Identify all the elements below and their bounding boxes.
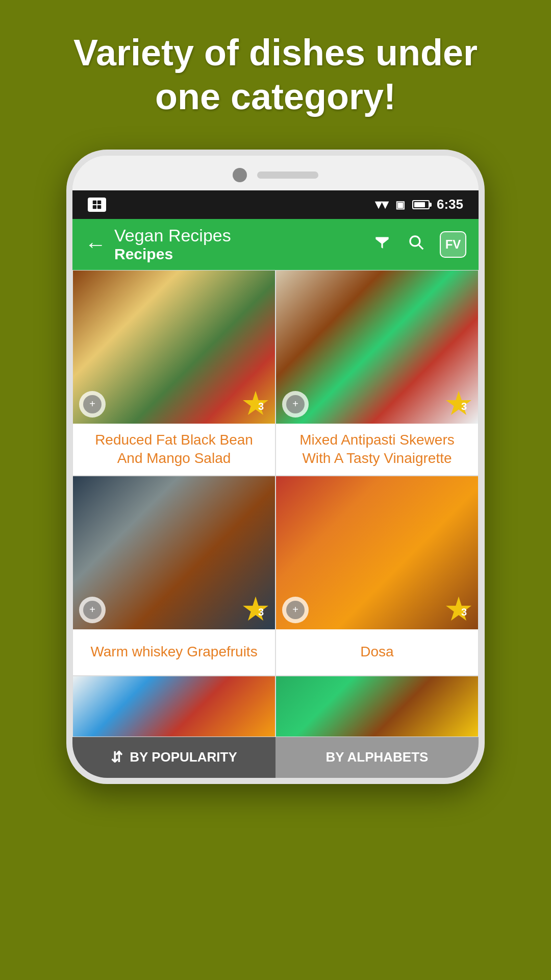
status-right: ▾▾ ▣ 6:35 bbox=[375, 197, 463, 212]
recipe-card[interactable]: + 3 Warm whiskey Grapefruits bbox=[72, 476, 276, 676]
recipe-title-2: Mixed Antipasti Skewers With A Tasty Vin… bbox=[276, 424, 478, 475]
add-overlay-1: + bbox=[79, 391, 106, 418]
add-icon-3: + bbox=[83, 601, 102, 619]
recipe-title-1: Reduced Fat Black Bean And Mango Salad bbox=[73, 424, 275, 475]
sort-by-alphabets-button[interactable]: BY ALPHABETS bbox=[276, 737, 479, 778]
recipe-image-2: + 3 bbox=[276, 271, 478, 424]
alphabets-label: BY ALPHABETS bbox=[326, 749, 429, 765]
recipe-title-4: Dosa bbox=[276, 629, 478, 675]
svg-rect-1 bbox=[97, 201, 101, 204]
svg-rect-0 bbox=[93, 201, 96, 204]
star-number-1: 3 bbox=[258, 401, 264, 412]
phone-top bbox=[72, 156, 479, 190]
hero-title: Variety of dishes under one category! bbox=[0, 0, 551, 139]
recipe-grid: + 3 Reduced Fat Black Bean And Mango Sal… bbox=[72, 270, 479, 676]
time-display: 6:35 bbox=[437, 197, 463, 212]
app-toolbar: ← Vegan Recipes Recipes FV bbox=[72, 219, 479, 270]
bottom-nav: ⇵ BY POPULARITY BY ALPHABETS bbox=[72, 737, 479, 778]
add-overlay-3: + bbox=[79, 597, 106, 623]
recipe-title-3: Warm whiskey Grapefruits bbox=[73, 629, 275, 675]
recipe-card[interactable]: + 3 Mixed Antipasti Skewers With A Tasty… bbox=[276, 270, 479, 476]
status-bar: ▾▾ ▣ 6:35 bbox=[72, 190, 479, 219]
svg-point-4 bbox=[410, 236, 420, 246]
section-name: Recipes bbox=[114, 246, 372, 263]
phone-screen: ▾▾ ▣ 6:35 ← Vegan Recipes Recipes bbox=[66, 150, 485, 784]
add-icon-2: + bbox=[286, 395, 305, 413]
star-number-4: 3 bbox=[461, 606, 467, 618]
notification-icon bbox=[88, 198, 106, 212]
svg-line-5 bbox=[419, 246, 423, 250]
app-name: Vegan Recipes bbox=[114, 226, 372, 246]
fv-badge[interactable]: FV bbox=[440, 231, 466, 258]
recipe-card-partial-1[interactable] bbox=[72, 676, 276, 737]
recipe-image-3: + 3 bbox=[73, 476, 275, 629]
recipe-card[interactable]: + 3 Dosa bbox=[276, 476, 479, 676]
search-button[interactable] bbox=[406, 232, 425, 256]
sort-by-popularity-button[interactable]: ⇵ BY POPULARITY bbox=[72, 737, 276, 778]
popularity-label: BY POPULARITY bbox=[130, 749, 237, 765]
back-button[interactable]: ← bbox=[85, 232, 106, 257]
svg-rect-3 bbox=[97, 205, 101, 209]
status-left bbox=[88, 198, 106, 212]
camera bbox=[233, 168, 247, 182]
battery-icon bbox=[412, 200, 430, 209]
recipe-image-1: + 3 bbox=[73, 271, 275, 424]
filter-button[interactable] bbox=[372, 232, 392, 256]
speaker bbox=[257, 172, 318, 179]
signal-icon: ▣ bbox=[395, 199, 405, 211]
add-overlay-4: + bbox=[282, 597, 309, 623]
phone-mockup: ▾▾ ▣ 6:35 ← Vegan Recipes Recipes bbox=[0, 139, 551, 784]
toolbar-title: Vegan Recipes Recipes bbox=[114, 226, 372, 263]
wifi-icon: ▾▾ bbox=[375, 197, 388, 212]
star-number-3: 3 bbox=[258, 606, 264, 618]
add-icon-4: + bbox=[286, 601, 305, 619]
sort-icon: ⇵ bbox=[111, 749, 122, 766]
svg-rect-2 bbox=[93, 205, 96, 209]
add-overlay-2: + bbox=[282, 391, 309, 418]
toolbar-icons: FV bbox=[372, 231, 466, 258]
recipe-card-partial-2[interactable] bbox=[276, 676, 479, 737]
star-number-2: 3 bbox=[461, 401, 467, 412]
recipe-image-4: + 3 bbox=[276, 476, 478, 629]
add-icon-1: + bbox=[83, 395, 102, 413]
recipe-card[interactable]: + 3 Reduced Fat Black Bean And Mango Sal… bbox=[72, 270, 276, 476]
recipe-grid-partial bbox=[72, 676, 479, 737]
